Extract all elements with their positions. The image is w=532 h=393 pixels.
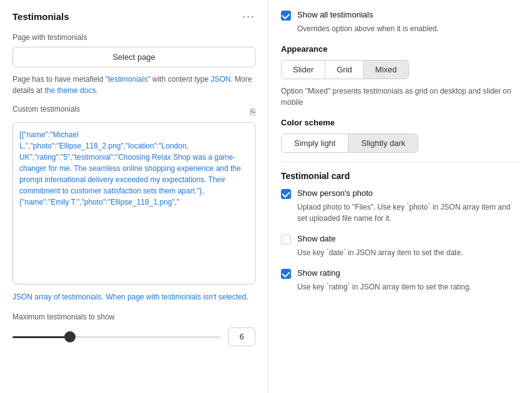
show-date-description: Use key `date` in JSON array item to set… — [297, 247, 520, 258]
appearance-mixed-button[interactable]: Mixed — [364, 61, 408, 79]
show-date-checkbox[interactable] — [281, 235, 291, 245]
slightly-dark-button[interactable]: Slightly dark — [348, 134, 418, 152]
show-date-row: Show date — [281, 234, 520, 245]
show-all-row: Show all testimonials — [281, 10, 520, 21]
max-testimonials-label: Maximum testimonials to show — [12, 313, 255, 321]
appearance-button-group: Slider Grid Mixed — [281, 60, 409, 79]
color-scheme-group: Simply light Slightly dark — [281, 133, 418, 153]
show-rating-label: Show rating — [297, 268, 340, 278]
json-textarea[interactable]: [{"name":"Michael L.","photo":"Ellipse_1… — [12, 122, 255, 284]
show-rating-row: Show rating — [281, 268, 520, 279]
panel-header: Testimonials ··· — [12, 10, 255, 23]
panel-title: Testimonials — [12, 11, 69, 22]
slider-value-box: 6 — [228, 328, 255, 346]
show-photo-checkbox[interactable] — [281, 189, 291, 199]
appearance-heading: Appearance — [281, 44, 520, 54]
color-scheme-heading: Color scheme — [281, 118, 520, 127]
max-testimonials-slider[interactable] — [12, 336, 220, 338]
left-panel: Testimonials ··· Page with testimonials … — [0, 0, 268, 393]
appearance-slider-button[interactable]: Slider — [282, 61, 325, 79]
divider — [281, 162, 520, 162]
show-rating-description: Use key `rating` in JSON array item to s… — [297, 281, 520, 293]
more-options-icon[interactable]: ··· — [242, 10, 255, 23]
show-date-label: Show date — [297, 234, 335, 243]
show-all-label: Show all testimonials — [297, 10, 373, 19]
show-photo-label: Show person's photo — [297, 188, 373, 198]
json-helper-text: JSON array of testimonials. When page wi… — [12, 291, 255, 303]
custom-testimonials-label: Custom testimonials — [12, 105, 80, 114]
testimonial-card-title: Testimonial card — [281, 171, 520, 181]
copy-icon[interactable]: ⎘ — [250, 107, 255, 117]
select-page-button[interactable]: Select page — [12, 47, 255, 67]
show-rating-checkbox[interactable] — [281, 269, 291, 279]
slider-row: 6 — [12, 328, 255, 346]
show-all-checkbox[interactable] — [281, 11, 291, 21]
show-photo-description: Uplaod photo to "Files". Use key `photo`… — [297, 201, 520, 224]
page-section-label: Page with testimonials — [12, 33, 255, 42]
page-info-text: Page has to have metafield "testimonials… — [12, 74, 255, 96]
appearance-description: Option "Mixed" presents testimonials as … — [281, 85, 520, 108]
appearance-grid-button[interactable]: Grid — [325, 61, 364, 79]
simply-light-button[interactable]: Simply light — [282, 134, 348, 152]
show-all-description: Overrides option above when it is enable… — [297, 23, 520, 34]
custom-testimonials-header: Custom testimonials ⎘ — [12, 105, 255, 119]
textarea-container: [{"name":"Michael L.","photo":"Ellipse_1… — [12, 122, 255, 286]
show-photo-row: Show person's photo — [281, 188, 520, 199]
right-panel: Show all testimonials Overrides option a… — [268, 0, 532, 393]
